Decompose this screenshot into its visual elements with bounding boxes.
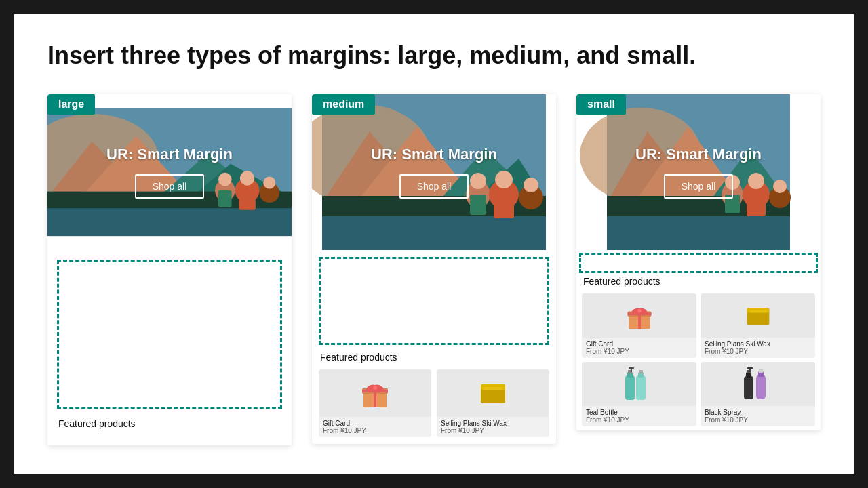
large-featured-title: Featured products: [57, 418, 282, 429]
medium-featured-title: Featured products: [319, 352, 549, 363]
cards-row: large: [47, 94, 821, 445]
medium-shop-all-button[interactable]: Shop all: [399, 174, 469, 199]
svg-rect-72: [639, 370, 643, 373]
product-name-wax-small: Selling Plans Ski Wax: [705, 340, 811, 348]
product-item-gift-small: Gift Card From ¥10 JPY: [582, 293, 696, 358]
product-item-wax-medium: Selling Plans Ski Wax From ¥10 JPY: [437, 369, 549, 437]
svg-rect-75: [744, 376, 753, 399]
medium-hero-title: UR: Smart Margin: [371, 146, 497, 163]
small-hero-content: UR: Smart Margin Shop all: [576, 94, 821, 250]
small-card: small: [576, 94, 821, 430]
product-name-gift-small: Gift Card: [586, 340, 692, 348]
medium-badge: medium: [312, 94, 375, 115]
small-margin-indicator: [579, 253, 818, 273]
small-shop-all-button[interactable]: Shop all: [664, 174, 734, 199]
product-item-teal-small: Teal Bottle From ¥10 JPY: [582, 362, 696, 426]
svg-rect-66: [749, 310, 766, 313]
product-price-wax-small: From ¥10 JPY: [705, 348, 811, 355]
product-item-gift-medium: Gift Card From ¥10 JPY: [319, 369, 431, 437]
small-hero: small: [576, 94, 821, 250]
product-price-wax-medium: From ¥10 JPY: [441, 427, 545, 434]
small-featured-section: Featured products: [576, 276, 821, 430]
product-item-spray-small: Black Spray From ¥10 JPY: [701, 362, 815, 426]
small-featured-title: Featured products: [582, 276, 815, 287]
svg-rect-70: [636, 375, 646, 400]
medium-hero-content: UR: Smart Margin Shop all: [312, 94, 556, 250]
medium-margin-indicator: [319, 257, 549, 345]
product-item-wax-small: Selling Plans Ski Wax From ¥10 JPY: [701, 293, 815, 358]
large-badge: large: [47, 94, 95, 115]
product-name-teal-small: Teal Bottle: [586, 409, 692, 416]
product-name-spray-small: Black Spray: [705, 409, 811, 416]
svg-point-38: [373, 386, 377, 390]
slide-title: Insert three types of margins: large, me…: [47, 41, 821, 70]
large-featured-section: Featured products: [47, 418, 292, 445]
svg-rect-41: [484, 387, 502, 390]
medium-card: medium: [312, 94, 556, 444]
product-price-spray-small: From ¥10 JPY: [705, 416, 811, 424]
product-name-wax-medium: Selling Plans Ski Wax: [441, 420, 545, 427]
product-name-gift-medium: Gift Card: [323, 420, 427, 427]
small-hero-title: UR: Smart Margin: [635, 146, 762, 163]
product-price-gift-medium: From ¥10 JPY: [323, 427, 427, 434]
large-hero: large: [47, 94, 292, 250]
medium-featured-section: Featured products: [312, 352, 556, 444]
large-card: large: [47, 94, 292, 445]
small-badge: small: [576, 94, 626, 115]
medium-hero: medium: [312, 94, 556, 250]
svg-rect-82: [759, 369, 763, 373]
svg-point-74: [629, 367, 634, 369]
svg-rect-67: [625, 375, 635, 400]
slide-container: Insert three types of margins: large, me…: [14, 14, 854, 474]
product-price-teal-small: From ¥10 JPY: [586, 416, 692, 424]
large-shop-all-button[interactable]: Shop all: [135, 174, 205, 199]
product-price-gift-small: From ¥10 JPY: [586, 348, 692, 355]
svg-rect-80: [756, 375, 766, 399]
large-hero-title: UR: Smart Margin: [106, 146, 233, 163]
large-hero-content: UR: Smart Margin Shop all: [47, 94, 292, 250]
svg-point-79: [747, 367, 753, 369]
svg-point-63: [637, 309, 642, 313]
large-margin-indicator: [57, 260, 282, 409]
